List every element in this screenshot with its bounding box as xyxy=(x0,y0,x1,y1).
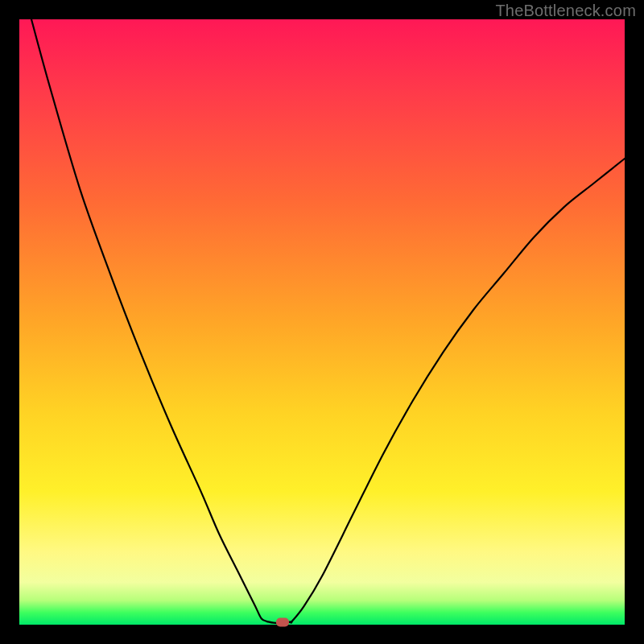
curve-path xyxy=(31,19,625,623)
optimal-point-marker xyxy=(276,617,289,626)
chart-frame: TheBottleneck.com xyxy=(0,0,644,644)
plot-area xyxy=(19,19,625,625)
watermark-text: TheBottleneck.com xyxy=(495,2,636,20)
bottleneck-curve xyxy=(19,19,625,625)
